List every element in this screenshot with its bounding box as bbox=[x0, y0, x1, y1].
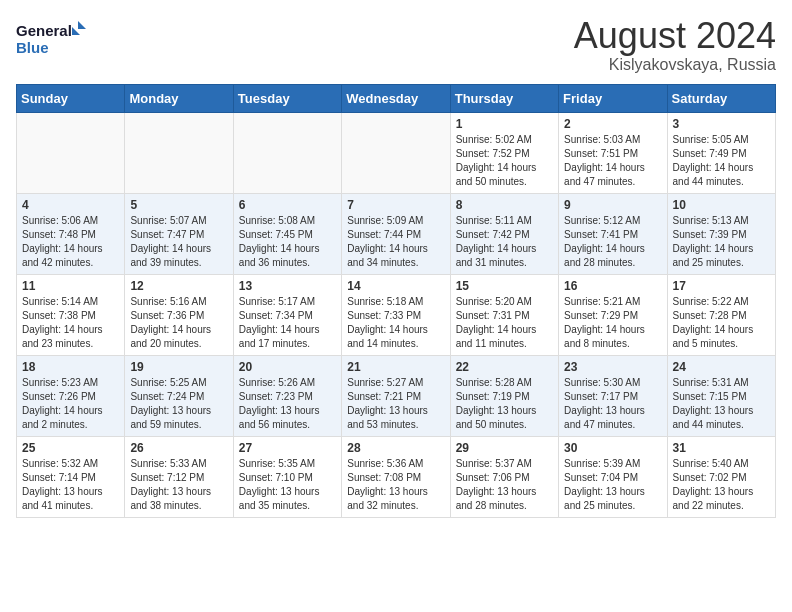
day-number: 12 bbox=[130, 279, 227, 293]
calendar-cell: 18Sunrise: 5:23 AM Sunset: 7:26 PM Dayli… bbox=[17, 355, 125, 436]
logo-svg: General Blue bbox=[16, 16, 86, 60]
day-number: 31 bbox=[673, 441, 770, 455]
day-info: Sunrise: 5:40 AM Sunset: 7:02 PM Dayligh… bbox=[673, 457, 770, 513]
day-info: Sunrise: 5:31 AM Sunset: 7:15 PM Dayligh… bbox=[673, 376, 770, 432]
day-info: Sunrise: 5:21 AM Sunset: 7:29 PM Dayligh… bbox=[564, 295, 661, 351]
day-info: Sunrise: 5:20 AM Sunset: 7:31 PM Dayligh… bbox=[456, 295, 553, 351]
calendar-cell: 10Sunrise: 5:13 AM Sunset: 7:39 PM Dayli… bbox=[667, 193, 775, 274]
calendar-cell: 1Sunrise: 5:02 AM Sunset: 7:52 PM Daylig… bbox=[450, 112, 558, 193]
day-info: Sunrise: 5:12 AM Sunset: 7:41 PM Dayligh… bbox=[564, 214, 661, 270]
day-info: Sunrise: 5:08 AM Sunset: 7:45 PM Dayligh… bbox=[239, 214, 336, 270]
day-info: Sunrise: 5:16 AM Sunset: 7:36 PM Dayligh… bbox=[130, 295, 227, 351]
day-info: Sunrise: 5:39 AM Sunset: 7:04 PM Dayligh… bbox=[564, 457, 661, 513]
svg-text:General: General bbox=[16, 22, 72, 39]
title-block: August 2024 Kislyakovskaya, Russia bbox=[574, 16, 776, 74]
calendar-cell: 24Sunrise: 5:31 AM Sunset: 7:15 PM Dayli… bbox=[667, 355, 775, 436]
day-info: Sunrise: 5:18 AM Sunset: 7:33 PM Dayligh… bbox=[347, 295, 444, 351]
day-number: 22 bbox=[456, 360, 553, 374]
calendar-table: SundayMondayTuesdayWednesdayThursdayFrid… bbox=[16, 84, 776, 518]
calendar-cell: 22Sunrise: 5:28 AM Sunset: 7:19 PM Dayli… bbox=[450, 355, 558, 436]
calendar-cell: 13Sunrise: 5:17 AM Sunset: 7:34 PM Dayli… bbox=[233, 274, 341, 355]
day-number: 20 bbox=[239, 360, 336, 374]
calendar-cell: 29Sunrise: 5:37 AM Sunset: 7:06 PM Dayli… bbox=[450, 436, 558, 517]
calendar-cell: 21Sunrise: 5:27 AM Sunset: 7:21 PM Dayli… bbox=[342, 355, 450, 436]
day-info: Sunrise: 5:14 AM Sunset: 7:38 PM Dayligh… bbox=[22, 295, 119, 351]
weekday-header-monday: Monday bbox=[125, 84, 233, 112]
day-number: 27 bbox=[239, 441, 336, 455]
day-number: 15 bbox=[456, 279, 553, 293]
logo: General Blue bbox=[16, 16, 86, 60]
calendar-cell: 17Sunrise: 5:22 AM Sunset: 7:28 PM Dayli… bbox=[667, 274, 775, 355]
location: Kislyakovskaya, Russia bbox=[574, 56, 776, 74]
day-number: 19 bbox=[130, 360, 227, 374]
calendar-cell: 26Sunrise: 5:33 AM Sunset: 7:12 PM Dayli… bbox=[125, 436, 233, 517]
day-info: Sunrise: 5:35 AM Sunset: 7:10 PM Dayligh… bbox=[239, 457, 336, 513]
calendar-cell: 2Sunrise: 5:03 AM Sunset: 7:51 PM Daylig… bbox=[559, 112, 667, 193]
day-number: 24 bbox=[673, 360, 770, 374]
calendar-cell: 14Sunrise: 5:18 AM Sunset: 7:33 PM Dayli… bbox=[342, 274, 450, 355]
weekday-header-saturday: Saturday bbox=[667, 84, 775, 112]
day-info: Sunrise: 5:37 AM Sunset: 7:06 PM Dayligh… bbox=[456, 457, 553, 513]
week-row-3: 11Sunrise: 5:14 AM Sunset: 7:38 PM Dayli… bbox=[17, 274, 776, 355]
page-header: General Blue August 2024 Kislyakovskaya,… bbox=[16, 16, 776, 74]
calendar-cell bbox=[342, 112, 450, 193]
day-number: 21 bbox=[347, 360, 444, 374]
day-number: 25 bbox=[22, 441, 119, 455]
day-info: Sunrise: 5:23 AM Sunset: 7:26 PM Dayligh… bbox=[22, 376, 119, 432]
day-number: 7 bbox=[347, 198, 444, 212]
weekday-header-sunday: Sunday bbox=[17, 84, 125, 112]
day-number: 14 bbox=[347, 279, 444, 293]
day-number: 5 bbox=[130, 198, 227, 212]
day-info: Sunrise: 5:07 AM Sunset: 7:47 PM Dayligh… bbox=[130, 214, 227, 270]
day-info: Sunrise: 5:26 AM Sunset: 7:23 PM Dayligh… bbox=[239, 376, 336, 432]
day-number: 18 bbox=[22, 360, 119, 374]
day-number: 13 bbox=[239, 279, 336, 293]
weekday-header-tuesday: Tuesday bbox=[233, 84, 341, 112]
day-info: Sunrise: 5:36 AM Sunset: 7:08 PM Dayligh… bbox=[347, 457, 444, 513]
week-row-4: 18Sunrise: 5:23 AM Sunset: 7:26 PM Dayli… bbox=[17, 355, 776, 436]
calendar-cell: 8Sunrise: 5:11 AM Sunset: 7:42 PM Daylig… bbox=[450, 193, 558, 274]
day-number: 26 bbox=[130, 441, 227, 455]
day-info: Sunrise: 5:30 AM Sunset: 7:17 PM Dayligh… bbox=[564, 376, 661, 432]
calendar-cell: 5Sunrise: 5:07 AM Sunset: 7:47 PM Daylig… bbox=[125, 193, 233, 274]
day-info: Sunrise: 5:11 AM Sunset: 7:42 PM Dayligh… bbox=[456, 214, 553, 270]
day-number: 1 bbox=[456, 117, 553, 131]
day-number: 30 bbox=[564, 441, 661, 455]
calendar-cell: 28Sunrise: 5:36 AM Sunset: 7:08 PM Dayli… bbox=[342, 436, 450, 517]
day-info: Sunrise: 5:22 AM Sunset: 7:28 PM Dayligh… bbox=[673, 295, 770, 351]
day-info: Sunrise: 5:03 AM Sunset: 7:51 PM Dayligh… bbox=[564, 133, 661, 189]
calendar-cell: 16Sunrise: 5:21 AM Sunset: 7:29 PM Dayli… bbox=[559, 274, 667, 355]
weekday-header-wednesday: Wednesday bbox=[342, 84, 450, 112]
day-number: 2 bbox=[564, 117, 661, 131]
day-info: Sunrise: 5:33 AM Sunset: 7:12 PM Dayligh… bbox=[130, 457, 227, 513]
calendar-cell bbox=[233, 112, 341, 193]
day-number: 8 bbox=[456, 198, 553, 212]
svg-marker-2 bbox=[78, 21, 86, 29]
calendar-cell bbox=[125, 112, 233, 193]
week-row-1: 1Sunrise: 5:02 AM Sunset: 7:52 PM Daylig… bbox=[17, 112, 776, 193]
day-number: 16 bbox=[564, 279, 661, 293]
month-year: August 2024 bbox=[574, 16, 776, 56]
day-info: Sunrise: 5:27 AM Sunset: 7:21 PM Dayligh… bbox=[347, 376, 444, 432]
calendar-cell: 20Sunrise: 5:26 AM Sunset: 7:23 PM Dayli… bbox=[233, 355, 341, 436]
day-info: Sunrise: 5:09 AM Sunset: 7:44 PM Dayligh… bbox=[347, 214, 444, 270]
weekday-header-thursday: Thursday bbox=[450, 84, 558, 112]
calendar-cell: 4Sunrise: 5:06 AM Sunset: 7:48 PM Daylig… bbox=[17, 193, 125, 274]
calendar-cell: 30Sunrise: 5:39 AM Sunset: 7:04 PM Dayli… bbox=[559, 436, 667, 517]
day-info: Sunrise: 5:25 AM Sunset: 7:24 PM Dayligh… bbox=[130, 376, 227, 432]
day-info: Sunrise: 5:32 AM Sunset: 7:14 PM Dayligh… bbox=[22, 457, 119, 513]
day-number: 3 bbox=[673, 117, 770, 131]
calendar-cell: 19Sunrise: 5:25 AM Sunset: 7:24 PM Dayli… bbox=[125, 355, 233, 436]
calendar-cell: 25Sunrise: 5:32 AM Sunset: 7:14 PM Dayli… bbox=[17, 436, 125, 517]
calendar-cell bbox=[17, 112, 125, 193]
calendar-cell: 23Sunrise: 5:30 AM Sunset: 7:17 PM Dayli… bbox=[559, 355, 667, 436]
day-number: 29 bbox=[456, 441, 553, 455]
day-number: 4 bbox=[22, 198, 119, 212]
weekday-header-row: SundayMondayTuesdayWednesdayThursdayFrid… bbox=[17, 84, 776, 112]
day-number: 17 bbox=[673, 279, 770, 293]
calendar-cell: 11Sunrise: 5:14 AM Sunset: 7:38 PM Dayli… bbox=[17, 274, 125, 355]
calendar-cell: 12Sunrise: 5:16 AM Sunset: 7:36 PM Dayli… bbox=[125, 274, 233, 355]
calendar-cell: 31Sunrise: 5:40 AM Sunset: 7:02 PM Dayli… bbox=[667, 436, 775, 517]
day-number: 28 bbox=[347, 441, 444, 455]
day-info: Sunrise: 5:17 AM Sunset: 7:34 PM Dayligh… bbox=[239, 295, 336, 351]
